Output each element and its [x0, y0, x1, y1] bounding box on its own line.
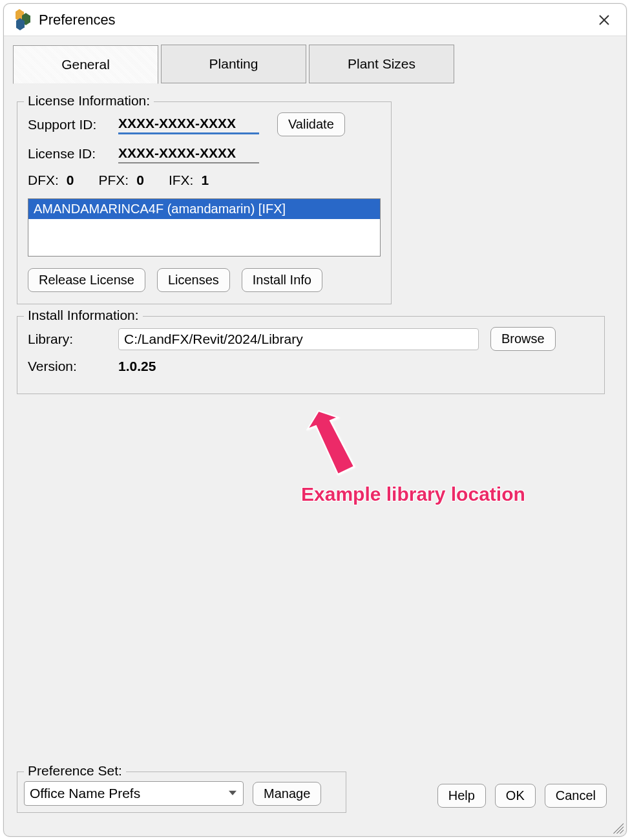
tab-planting[interactable]: Planting: [161, 45, 306, 83]
license-information-group: License Information: Support ID: Validat…: [17, 101, 392, 304]
preference-set-combo[interactable]: Office Name Prefs: [24, 781, 244, 806]
support-id-label: Support ID:: [28, 117, 118, 132]
install-info-button[interactable]: Install Info: [242, 268, 322, 292]
release-license-button[interactable]: Release License: [28, 268, 145, 292]
preferences-dialog: Preferences General Planting Plant Sizes…: [3, 3, 627, 837]
preference-set-legend: Preference Set:: [24, 763, 126, 779]
help-button[interactable]: Help: [437, 784, 486, 808]
pfx-value: 0: [136, 173, 144, 187]
dfx-label: DFX:: [28, 173, 59, 187]
manage-button[interactable]: Manage: [253, 782, 321, 806]
close-icon: [598, 14, 610, 26]
license-legend: License Information:: [24, 93, 154, 109]
license-id-label: License ID:: [28, 146, 118, 162]
pfx-label: PFX:: [99, 173, 129, 187]
list-item[interactable]: AMANDAMARINCA4F (amandamarin) [IFX]: [28, 199, 380, 219]
version-label: Version:: [28, 359, 118, 374]
install-information-group: Install Information: Library: Browse Ver…: [17, 316, 605, 394]
app-icon: [13, 10, 32, 30]
annotation-text: Example library location: [301, 483, 525, 505]
titlebar: Preferences: [4, 4, 626, 36]
ifx-label: IFX:: [169, 173, 194, 187]
close-button[interactable]: [591, 7, 617, 33]
browse-button[interactable]: Browse: [490, 327, 556, 351]
preference-set-group: Preference Set: Office Name Prefs Manage: [17, 772, 346, 813]
licenses-button[interactable]: Licenses: [157, 268, 230, 292]
window-title: Preferences: [39, 12, 116, 28]
install-legend: Install Information:: [24, 308, 143, 323]
ifx-value: 1: [201, 173, 209, 187]
annotation-arrow: [286, 403, 403, 509]
support-id-input[interactable]: [118, 114, 259, 134]
resize-grip[interactable]: [613, 823, 624, 834]
license-id-input[interactable]: [118, 144, 259, 163]
library-path-input[interactable]: [118, 328, 479, 350]
library-label: Library:: [28, 331, 118, 347]
ok-button[interactable]: OK: [495, 784, 536, 808]
tabs: General Planting Plant Sizes: [4, 36, 626, 83]
validate-button[interactable]: Validate: [277, 112, 345, 136]
cancel-button[interactable]: Cancel: [545, 784, 607, 808]
license-counts: DFX:0 PFX:0 IFX:1: [28, 173, 381, 188]
version-value: 1.0.25: [118, 359, 156, 374]
dialog-footer-buttons: Help OK Cancel: [437, 784, 607, 808]
dfx-value: 0: [67, 173, 74, 187]
preference-set-selected: Office Name Prefs: [30, 786, 140, 801]
license-listbox[interactable]: AMANDAMARINCA4F (amandamarin) [IFX]: [28, 198, 381, 257]
tab-plant-sizes[interactable]: Plant Sizes: [309, 45, 454, 83]
tab-general[interactable]: General: [13, 45, 158, 84]
